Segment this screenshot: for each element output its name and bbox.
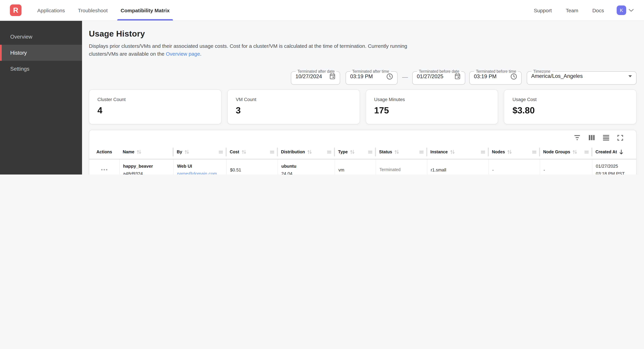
status-cell: Terminated [376, 159, 427, 174]
clock-icon[interactable] [386, 73, 393, 80]
column-header-created-at[interactable]: Created At [592, 145, 636, 159]
columns-icon[interactable] [588, 135, 595, 140]
column-header-nodes[interactable]: Nodes [488, 145, 540, 159]
tab-troubleshoot[interactable]: Troubleshoot [74, 0, 111, 20]
sort-icon[interactable] [136, 150, 142, 154]
filter-label: Terminated after time [350, 69, 391, 73]
column-label: Type [338, 150, 348, 154]
calendar-icon[interactable] [454, 73, 461, 79]
nav-right: Support Team Docs K [534, 0, 634, 20]
description-line2: clusters/VMs are available on the Overvi… [89, 50, 636, 58]
sort-icon[interactable] [184, 150, 189, 154]
density-icon[interactable] [603, 135, 609, 140]
column-header-node-groups[interactable]: Node Groups [540, 145, 592, 159]
sort-icon[interactable] [307, 150, 312, 154]
terminated-before-time-input[interactable]: Terminated before time 03:19 PM [470, 69, 522, 85]
account-menu[interactable]: K [617, 5, 634, 15]
column-header-instance[interactable]: Instance [427, 145, 488, 159]
stat-label: Usage Minutes [374, 97, 490, 102]
stat-label: Usage Cost [512, 97, 628, 102]
timezone-select[interactable]: Timezone America/Los_Angeles [527, 69, 636, 85]
clock-icon[interactable] [510, 73, 517, 80]
calendar-icon[interactable] [329, 73, 336, 79]
sort-icon[interactable] [394, 150, 399, 154]
column-header-type[interactable]: Type [335, 145, 376, 159]
replicated-logo[interactable]: R [10, 4, 22, 16]
overview-page-link[interactable]: Overview page [166, 51, 200, 57]
created-by-email-link[interactable]: name@domain.com [177, 171, 223, 174]
filter-range-separator: — [402, 74, 408, 80]
column-menu-icon[interactable] [420, 150, 424, 153]
tab-compatibility-matrix[interactable]: Compatibility Matrix [117, 0, 173, 20]
support-link[interactable]: Support [534, 7, 552, 13]
stat-value: 4 [98, 105, 213, 116]
stat-vm-count: VM Count 3 [227, 89, 360, 124]
sort-desc-icon[interactable] [619, 149, 624, 155]
column-label: By [177, 150, 182, 154]
instance-value: r1.small [431, 167, 485, 172]
sort-icon[interactable] [507, 150, 512, 154]
column-label: Cost [230, 150, 239, 154]
sidebar-item-overview[interactable]: Overview [0, 29, 82, 45]
column-menu-icon[interactable] [219, 150, 223, 153]
column-label: Node Groups [543, 150, 570, 154]
column-header-by[interactable]: By [173, 145, 226, 159]
tab-label: Troubleshoot [78, 7, 108, 13]
column-label: Name [123, 150, 134, 154]
top-nav: R Applications Troubleshoot Compatibilit… [0, 0, 644, 21]
sidebar-item-settings[interactable]: Settings [0, 61, 82, 77]
column-label: Status [379, 150, 392, 154]
column-menu-icon[interactable] [532, 150, 536, 153]
terminated-after-time-input[interactable]: Terminated after time 03:19 PM [346, 69, 398, 85]
filter-value: America/Los_Angeles [531, 73, 583, 79]
cluster-name: happy_beaver [123, 163, 170, 169]
avatar: K [617, 5, 626, 15]
filter-icon[interactable] [574, 135, 580, 140]
sort-icon[interactable] [350, 150, 355, 154]
sort-icon[interactable] [572, 150, 577, 154]
name-cell: happy_beaver a48d9324 [119, 159, 173, 174]
sort-icon[interactable] [450, 150, 455, 154]
fullscreen-icon[interactable] [617, 135, 623, 140]
tab-label: Applications [37, 7, 65, 13]
sidebar: Overview History Settings [0, 21, 82, 174]
column-label: Actions [96, 150, 112, 154]
sidebar-item-history[interactable]: History [0, 45, 82, 61]
column-menu-icon[interactable] [327, 150, 331, 153]
terminated-after-date-input[interactable]: Terminated after date 10/27/2024 [291, 69, 340, 85]
filter-label: Terminated before date [417, 69, 461, 73]
column-menu-icon[interactable] [584, 150, 588, 153]
stat-value: 175 [374, 105, 490, 116]
chevron-down-icon [628, 9, 634, 12]
created-time: 03:18 PM PST [596, 171, 633, 174]
table-toolbar [89, 130, 636, 145]
sort-icon[interactable] [241, 150, 246, 154]
column-menu-icon[interactable] [368, 150, 372, 153]
filter-bar: Terminated after date 10/27/2024 Termina… [89, 69, 636, 85]
filter-value: 03:19 PM [350, 73, 373, 79]
cost-cell: $0.51 [226, 159, 278, 174]
distribution-version: 24.04 [281, 171, 331, 174]
column-header-distribution[interactable]: Distribution [278, 145, 335, 159]
usage-table-card: Actions Name By Cost [89, 130, 636, 174]
terminated-before-date-input[interactable]: Terminated before date 01/27/2025 [412, 69, 466, 85]
tab-applications[interactable]: Applications [34, 0, 68, 20]
column-header-status[interactable]: Status [376, 145, 427, 159]
column-header-name[interactable]: Name [119, 145, 173, 159]
table-row[interactable]: happy_beaver a48d9324 Web UI name@domain… [89, 159, 636, 174]
column-header-cost[interactable]: Cost [226, 145, 278, 159]
page: R Applications Troubleshoot Compatibilit… [0, 0, 644, 174]
filter-label: Terminated before time [474, 69, 518, 73]
distribution-cell: ubuntu 24.04 [278, 159, 335, 174]
description-suffix: . [200, 51, 201, 57]
caret-down-icon[interactable] [628, 75, 632, 77]
column-menu-icon[interactable] [270, 150, 274, 153]
row-actions-menu-icon[interactable] [101, 169, 107, 170]
filter-value: 01/27/2025 [417, 73, 443, 79]
team-link[interactable]: Team [566, 7, 578, 13]
docs-link[interactable]: Docs [592, 7, 604, 13]
stat-usage-minutes: Usage Minutes 175 [366, 89, 498, 124]
column-menu-icon[interactable] [481, 150, 485, 153]
nodes-value: - [492, 167, 536, 172]
stat-label: VM Count [236, 97, 352, 102]
